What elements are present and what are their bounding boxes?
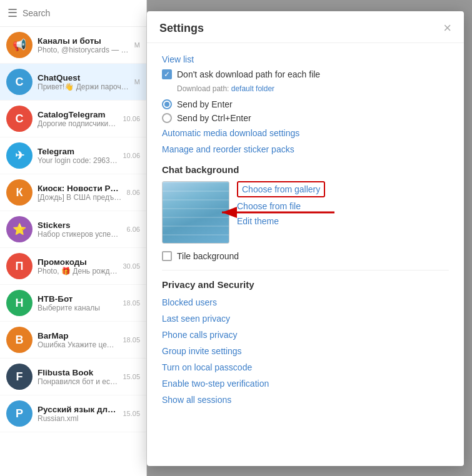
- chat-preview: Привет!👋 Держи парочку...: [38, 82, 129, 91]
- chat-item[interactable]: 📢Каналы и ботыPhoto, @historycards — ка.…: [0, 27, 146, 64]
- chat-preview: Понравился бот и есть по...: [38, 377, 118, 386]
- chat-name: Киоск: Новости Ро...: [38, 184, 122, 193]
- view-list-link[interactable]: View list: [162, 53, 449, 66]
- chat-item[interactable]: CCatalogTelegramДорогие подписчики! При.…: [0, 101, 146, 137]
- close-button[interactable]: ×: [443, 21, 451, 35]
- chat-item[interactable]: ⭐StickersНабор стикеров успешно...6.06: [0, 211, 146, 248]
- chat-list: 📢Каналы и ботыPhoto, @historycards — ка.…: [0, 27, 146, 476]
- sidebar-header: ☰: [0, 0, 146, 27]
- chat-meta: 8.06: [127, 189, 140, 196]
- chat-meta: 18.05: [123, 336, 140, 344]
- show-sessions-link[interactable]: Show all sessions: [162, 394, 449, 406]
- send-ctrl-row: Send by Ctrl+Enter: [162, 113, 449, 123]
- settings-body: View list ✓ Don't ask download path for …: [147, 43, 464, 466]
- manage-stickers-link[interactable]: Manage and reorder sticker packs: [162, 143, 449, 156]
- chat-meta: М: [134, 41, 140, 49]
- chat-name: ChatQuest: [38, 73, 129, 82]
- last-seen-link[interactable]: Last seen privacy: [162, 312, 449, 325]
- download-path-text: Download path: default folder: [177, 84, 449, 93]
- choose-gallery-link[interactable]: Choose from gallery: [237, 181, 325, 197]
- edit-theme-link[interactable]: Edit theme: [237, 215, 325, 227]
- chat-info: CatalogTelegramДорогие подписчики! При..…: [38, 110, 118, 128]
- chat-item[interactable]: ННТВ-БотВыберите каналы18.05: [0, 285, 146, 322]
- avatar: Н: [6, 290, 33, 316]
- avatar: ⭐: [6, 216, 33, 242]
- chat-item[interactable]: ✈TelegramYour login code: 29639 This...1…: [0, 137, 146, 174]
- tile-label: Tile background: [177, 251, 239, 261]
- chat-preview: Your login code: 29639 This...: [38, 156, 118, 165]
- search-input[interactable]: [23, 8, 139, 18]
- two-step-link[interactable]: Enable two-step verification: [162, 377, 449, 390]
- chat-name: Русский язык для ...: [38, 405, 118, 414]
- chat-meta: 6.06: [127, 226, 140, 233]
- chat-preview: Photo, @historycards — ка...: [38, 46, 129, 54]
- chat-preview: Выберите каналы: [38, 304, 118, 312]
- send-enter-label: Send by Enter: [177, 99, 233, 109]
- radio-inner: [164, 102, 169, 107]
- avatar: П: [6, 253, 33, 279]
- chat-item[interactable]: РРусский язык для ...Russian.xml15.05: [0, 395, 146, 432]
- choose-file-link[interactable]: Choose from file: [237, 200, 325, 212]
- chat-meta: 15.05: [123, 373, 140, 380]
- chat-preview: Photo, 🎁 День рождение: [38, 267, 118, 275]
- send-ctrl-radio[interactable]: [162, 113, 172, 123]
- chat-item[interactable]: CChatQuestПривет!👋 Держи парочку...М: [0, 64, 146, 101]
- chat-preview: Russian.xml: [38, 414, 118, 423]
- chat-preview: Ошибка Укажите целое чи...: [38, 340, 118, 349]
- download-checkbox-label: Don't ask download path for each file: [177, 69, 320, 79]
- chat-name: НТВ-Бот: [38, 294, 118, 304]
- avatar: К: [6, 179, 33, 206]
- chat-name: Промокоды: [38, 257, 118, 267]
- chat-info: Flibusta BookПонравился бот и есть по...: [38, 368, 118, 386]
- chat-background-section: Choose from gallery Choose from file Edi…: [162, 181, 449, 244]
- chat-name: Каналы и боты: [38, 36, 129, 46]
- chat-preview: Дорогие подписчики! При...: [38, 119, 118, 128]
- chat-preview: Набор стикеров успешно...: [38, 230, 122, 239]
- chat-info: Каналы и ботыPhoto, @historycards — ка..…: [38, 36, 129, 54]
- chat-item[interactable]: FFlibusta BookПонравился бот и есть по..…: [0, 359, 146, 395]
- settings-header: Settings ×: [147, 11, 464, 43]
- group-invite-link[interactable]: Group invite settings: [162, 345, 449, 357]
- tile-background-row: Tile background: [162, 251, 449, 261]
- chat-info: ChatQuestПривет!👋 Держи парочку...: [38, 73, 129, 91]
- send-ctrl-label: Send by Ctrl+Enter: [177, 113, 251, 123]
- privacy-title: Privacy and Security: [162, 279, 449, 290]
- chat-name: Telegram: [38, 147, 118, 156]
- chat-meta: 10.06: [123, 152, 140, 159]
- settings-panel: Settings × View list ✓ Don't ask downloa…: [147, 11, 464, 466]
- avatar: C: [6, 106, 33, 132]
- chat-name: CatalogTelegram: [38, 110, 118, 119]
- download-checkbox-wrapper: ✓ Don't ask download path for each file: [162, 69, 320, 79]
- divider: [162, 270, 449, 270]
- chat-info: BarMapОшибка Укажите целое чи...: [38, 331, 118, 349]
- chat-info: Русский язык для ...Russian.xml: [38, 405, 118, 423]
- chat-item[interactable]: BBarMapОшибка Укажите целое чи...18.05: [0, 322, 146, 359]
- settings-title: Settings: [159, 22, 204, 35]
- chat-name: Flibusta Book: [38, 368, 118, 377]
- send-enter-radio[interactable]: [162, 99, 172, 109]
- chat-name: BarMap: [38, 331, 118, 340]
- chat-info: StickersНабор стикеров успешно...: [38, 221, 122, 239]
- avatar: B: [6, 327, 33, 353]
- download-checkbox[interactable]: ✓: [162, 69, 172, 79]
- check-icon: ✓: [164, 70, 170, 79]
- download-path-row: ✓ Don't ask download path for each file: [162, 69, 449, 79]
- chat-info: НТВ-БотВыберите каналы: [38, 294, 118, 312]
- chat-background-title: Chat background: [162, 164, 449, 175]
- chat-meta: М: [134, 78, 140, 86]
- chat-meta: 18.05: [123, 299, 140, 307]
- blocked-users-link[interactable]: Blocked users: [162, 296, 449, 309]
- chat-preview: [Дождь] В США предъяви...: [38, 193, 122, 202]
- chat-meta: 15.05: [123, 410, 140, 417]
- tile-checkbox[interactable]: [162, 251, 172, 261]
- default-folder-link[interactable]: default folder: [231, 84, 274, 93]
- chat-info: TelegramYour login code: 29639 This...: [38, 147, 118, 165]
- auto-media-link[interactable]: Automatic media download settings: [162, 127, 449, 139]
- hamburger-icon[interactable]: ☰: [8, 6, 18, 20]
- avatar: ✈: [6, 142, 33, 169]
- phone-calls-link[interactable]: Phone calls privacy: [162, 329, 449, 341]
- chat-meta: 30.05: [123, 262, 140, 270]
- chat-item[interactable]: ККиоск: Новости Ро...[Дождь] В США предъ…: [0, 174, 146, 211]
- local-passcode-link[interactable]: Turn on local passcode: [162, 361, 449, 374]
- chat-item[interactable]: ППромокодыPhoto, 🎁 День рождение30.05: [0, 248, 146, 285]
